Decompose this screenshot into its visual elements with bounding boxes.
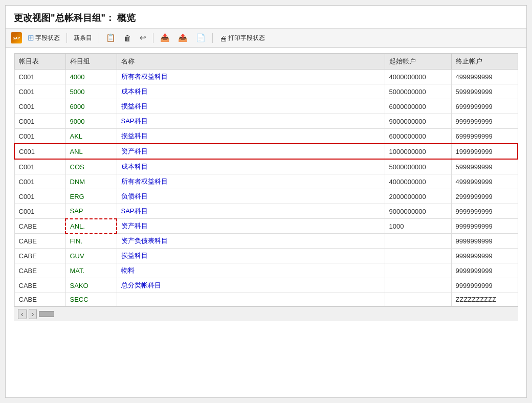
- table-cell-4: 5999999999: [451, 84, 518, 99]
- table-cell-0: CABE: [14, 263, 65, 278]
- table-cell-2: 损益科目: [117, 99, 385, 114]
- field-status-icon: ⊞: [28, 33, 34, 42]
- table-cell-3: 2000000000: [385, 189, 451, 204]
- col-header-group: 科目组: [65, 54, 117, 70]
- table-row[interactable]: C001AKL损益科目60000000006999999999: [14, 129, 518, 144]
- table-cell-2: 成本科目: [117, 159, 385, 174]
- table-cell-4: 9999999999: [451, 234, 518, 249]
- scroll-left-button[interactable]: ‹: [18, 309, 27, 319]
- col-header-name: 名称: [117, 54, 385, 70]
- table-row[interactable]: C0014000所有者权益科目40000000004999999999: [14, 70, 518, 84]
- col-header-acct-table: 帐目表: [14, 54, 65, 70]
- separator-2: [99, 33, 99, 43]
- undo-icon: ↩: [140, 33, 146, 42]
- print-field-status-button[interactable]: 🖨 打印字段状态: [217, 32, 268, 44]
- table-cell-4: 2999999999: [451, 189, 518, 204]
- col-header-start: 起始帐户: [385, 54, 451, 70]
- import-button[interactable]: 📥: [158, 32, 172, 44]
- table-cell-0: CABE: [14, 278, 65, 293]
- table-cell-0: C001: [14, 129, 65, 144]
- table-cell-0: C001: [14, 189, 65, 204]
- export-button[interactable]: 📤: [175, 32, 190, 44]
- table-cell-4: 9999999999: [451, 278, 518, 293]
- table-cell-2: [117, 293, 385, 306]
- export-icon: 📤: [178, 33, 188, 42]
- table-cell-1: FIN.: [65, 234, 117, 249]
- table-cell-4: 9999999999: [451, 204, 518, 219]
- table-cell-4: 1999999999: [451, 144, 518, 159]
- field-status-label: 字段状态: [35, 34, 60, 42]
- table-cell-2: 资产负债表科目: [117, 234, 385, 249]
- table-row[interactable]: CABEGUV损益科目9999999999: [14, 249, 518, 263]
- table-cell-1: 6000: [65, 99, 117, 114]
- table-row[interactable]: CABEMAT.物料9999999999: [14, 263, 518, 278]
- table-cell-3: 6000000000: [385, 99, 451, 114]
- table-cell-4: 6999999999: [451, 129, 518, 144]
- table-cell-2: 损益科目: [117, 249, 385, 263]
- toolbar: ⊞ 字段状态 新条目 📋 🗑 ↩ 📥 📤: [6, 29, 526, 48]
- table-cell-0: CABE: [14, 249, 65, 263]
- table-cell-3: 1000: [385, 219, 451, 234]
- scroll-right-button[interactable]: ›: [29, 309, 37, 319]
- table-row[interactable]: C0019000SAP科目90000000009999999999: [14, 114, 518, 129]
- table-row[interactable]: CABESAKO总分类帐科目9999999999: [14, 278, 518, 293]
- table-cell-4: 9999999999: [451, 249, 518, 263]
- separator-1: [66, 33, 67, 43]
- import-icon: 📥: [160, 33, 170, 42]
- table-cell-3: 5000000000: [385, 84, 451, 99]
- table-cell-0: C001: [14, 159, 65, 174]
- export2-button[interactable]: 📄: [193, 32, 208, 44]
- table-cell-3: 4000000000: [385, 174, 451, 189]
- table-row[interactable]: CABEFIN.资产负债表科目9999999999: [14, 234, 518, 249]
- table-cell-2: 所有者权益科目: [117, 174, 385, 189]
- table-cell-1: GUV: [65, 249, 117, 263]
- table-cell-0: C001: [14, 99, 65, 114]
- table-cell-2: 成本科目: [117, 84, 385, 99]
- delete-button[interactable]: 🗑: [121, 32, 134, 44]
- table-row[interactable]: C001ANL资产科目10000000001999999999: [14, 144, 518, 159]
- table-cell-1: 5000: [65, 84, 117, 99]
- content-area: 帐目表 科目组 名称 起始帐户 终止帐户 C00: [6, 48, 526, 395]
- table-cell-2: 物料: [117, 263, 385, 278]
- table-cell-3: 9000000000: [385, 204, 451, 219]
- table-cell-1: SECC: [65, 293, 117, 306]
- table-cell-3: 6000000000: [385, 129, 451, 144]
- table-cell-1: ERG: [65, 189, 117, 204]
- new-entry-label: 新条目: [74, 34, 92, 42]
- table-cell-1: COS: [65, 159, 117, 174]
- new-entry-button[interactable]: 新条目: [71, 32, 95, 44]
- table-cell-0: CABE: [14, 293, 65, 306]
- table-cell-0: CABE: [14, 219, 65, 234]
- table-cell-0: C001: [14, 84, 65, 99]
- delete-icon: 🗑: [124, 34, 131, 42]
- table-row[interactable]: C0016000损益科目60000000006999999999: [14, 99, 518, 114]
- print-field-status-label: 打印字段状态: [228, 34, 265, 42]
- title-bar: 更改视图"总帐科目组"： 概览: [6, 6, 526, 29]
- table-cell-4: 4999999999: [451, 174, 518, 189]
- table-row[interactable]: CABESECCZZZZZZZZZZ: [14, 293, 518, 306]
- table-cell-2: SAP科目: [117, 204, 385, 219]
- table-row[interactable]: C001ERG负债科目20000000002999999999: [14, 189, 518, 204]
- table-cell-1: ANL.: [65, 219, 117, 234]
- table-cell-3: 1000000000: [385, 144, 451, 159]
- table-cell-2: 损益科目: [117, 129, 385, 144]
- table-cell-4: 5999999999: [451, 159, 518, 174]
- table-cell-2: 资产科目: [117, 219, 385, 234]
- table-row[interactable]: C0015000成本科目50000000005999999999: [14, 84, 518, 99]
- table-cell-3: 4000000000: [385, 70, 451, 84]
- table-row[interactable]: C001DNM所有者权益科目40000000004999999999: [14, 174, 518, 189]
- print-icon: 🖨: [219, 34, 227, 42]
- undo-button[interactable]: ↩: [137, 32, 149, 44]
- copy-icon: 📋: [106, 33, 116, 42]
- table-cell-3: [385, 234, 451, 249]
- table-row[interactable]: C001COS成本科目50000000005999999999: [14, 159, 518, 174]
- table-row[interactable]: CABEANL.资产科目10009999999999: [14, 219, 518, 234]
- field-status-button[interactable]: ⊞ 字段状态: [25, 32, 62, 44]
- table-cell-4: 9999999999: [451, 114, 518, 129]
- table-row[interactable]: C001SAPSAP科目90000000009999999999: [14, 204, 518, 219]
- table-cell-0: CABE: [14, 234, 65, 249]
- scroll-thumb[interactable]: [39, 311, 54, 317]
- copy-button[interactable]: 📋: [103, 32, 118, 44]
- table-cell-0: C001: [14, 144, 65, 159]
- table-cell-3: [385, 249, 451, 263]
